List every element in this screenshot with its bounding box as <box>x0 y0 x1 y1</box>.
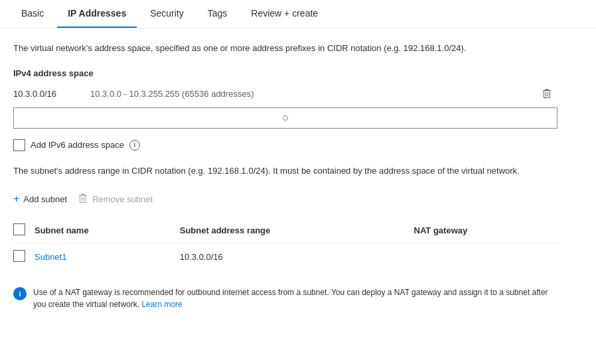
info-banner-content: Use of a NAT gateway is recommended for … <box>33 286 558 310</box>
subnet-name-link[interactable]: Subnet1 <box>35 252 66 262</box>
subnet-name-cell: Subnet1 <box>35 243 180 271</box>
th-nat-gateway: NAT gateway <box>414 218 558 243</box>
subnet-actions: + Add subnet Remove subnet <box>13 190 558 208</box>
add-subnet-label: Add subnet <box>23 194 67 204</box>
tab-ip-addresses[interactable]: IP Addresses <box>57 0 137 28</box>
address-cidr: 10.3.0.0/16 <box>13 89 80 99</box>
ipv6-checkbox-label: Add IPv6 address space <box>31 140 124 150</box>
tab-bar: Basic IP Addresses Security Tags Review … <box>0 0 596 29</box>
main-content: The virtual network's address space, spe… <box>0 29 571 329</box>
address-input-container <box>13 107 558 129</box>
ipv4-section-title: IPv4 address space <box>13 68 558 78</box>
subnet-range-cell: 10.3.0.0/16 <box>180 243 414 271</box>
ipv6-checkbox-row: Add IPv6 address space i <box>13 139 558 151</box>
th-checkbox <box>13 218 35 243</box>
add-subnet-button[interactable]: + Add subnet <box>13 190 67 208</box>
address-row: 10.3.0.0/16 10.3.0.0 - 10.3.255.255 (655… <box>13 86 558 102</box>
row-checkbox[interactable] <box>13 250 25 262</box>
remove-subnet-button[interactable]: Remove subnet <box>78 191 153 207</box>
input-circle-indicator <box>283 115 288 121</box>
delete-address-button[interactable] <box>536 86 558 102</box>
info-banner: i Use of a NAT gateway is recommended fo… <box>13 281 558 316</box>
address-range: 10.3.0.0 - 10.3.255.255 (65536 addresses… <box>90 89 254 99</box>
th-subnet-range: Subnet address range <box>180 218 414 243</box>
subnet-description: The subnet's address range in CIDR notat… <box>13 164 558 178</box>
ipv6-info-icon[interactable]: i <box>129 140 140 151</box>
tab-basic[interactable]: Basic <box>11 0 54 28</box>
row-checkbox-cell <box>13 243 35 271</box>
remove-subnet-label: Remove subnet <box>92 194 153 204</box>
trash-icon <box>542 89 552 99</box>
tab-review-create[interactable]: Review + create <box>240 0 329 28</box>
subnet-table: Subnet name Subnet address range NAT gat… <box>13 218 558 271</box>
plus-icon: + <box>13 193 19 205</box>
table-header-checkbox[interactable] <box>13 223 25 235</box>
table-row: Subnet1 10.3.0.0/16 <box>13 243 558 271</box>
tab-security[interactable]: Security <box>139 0 194 28</box>
info-banner-text: Use of a NAT gateway is recommended for … <box>33 288 548 309</box>
tab-tags[interactable]: Tags <box>197 0 238 28</box>
remove-trash-icon <box>78 194 88 204</box>
address-space-description: The virtual network's address space, spe… <box>13 42 558 55</box>
subnet-nat-cell <box>414 243 558 271</box>
th-subnet-name: Subnet name <box>35 218 180 243</box>
info-banner-icon: i <box>13 287 27 300</box>
ipv6-checkbox[interactable] <box>13 139 25 151</box>
info-banner-learn-more-link[interactable]: Learn more <box>141 300 182 309</box>
